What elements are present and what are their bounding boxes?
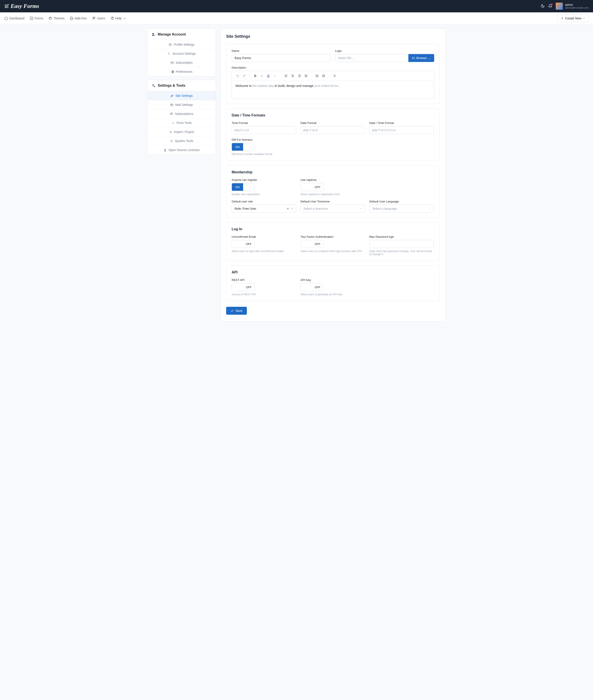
svg-point-5: [93, 17, 94, 18]
user-menu[interactable]: admin admin@example.com: [556, 3, 589, 10]
mail-icon: [170, 103, 173, 107]
highlight-dropdown[interactable]: [272, 73, 278, 79]
svg-point-18: [154, 86, 155, 87]
align-right-icon: [298, 74, 301, 78]
login-title: Log In: [232, 227, 434, 231]
sidebar: Manage Account Profile Settings Account …: [147, 29, 216, 322]
create-new-button[interactable]: Create New: [557, 14, 589, 22]
rest-toggle[interactable]: ON OFF: [232, 283, 254, 291]
redo-button[interactable]: [241, 73, 247, 79]
membership-title: Membership: [232, 170, 434, 174]
captcha-toggle[interactable]: ON OFF: [301, 183, 323, 191]
redo-icon: [242, 74, 246, 78]
user-info: admin admin@example.com: [565, 3, 589, 9]
brand[interactable]: Easy Forms: [4, 3, 39, 9]
maxpw-hint: Days since last password change. User wi…: [369, 250, 434, 256]
navbar: Dashboard Forms Themes Add-Ons Users Hel…: [0, 12, 593, 24]
browse-button[interactable]: Browse …: [408, 54, 434, 62]
align-left-icon: [284, 74, 288, 78]
editor-body[interactable]: Welcome to the easiest way to build, des…: [232, 81, 434, 98]
register-toggle[interactable]: ON OFF: [232, 183, 254, 191]
tfa-toggle[interactable]: ON OFF: [301, 240, 323, 248]
brand-text: Easy Forms: [11, 3, 39, 9]
container: Manage Account Profile Settings Account …: [142, 24, 451, 326]
sidebar-profile-settings[interactable]: Profile Settings: [148, 40, 215, 49]
indent-button[interactable]: [321, 73, 327, 79]
datetime-format-input[interactable]: [369, 126, 434, 134]
notifications-button[interactable]: [548, 4, 552, 9]
align-center-icon: [291, 74, 294, 78]
date-format-input[interactable]: [301, 126, 365, 134]
chevron-down-icon: [290, 207, 293, 210]
login-panel: Log In Unconfirmed Email ON OFF Allow us…: [226, 222, 440, 261]
tfa-label: Two Factor Authentication: [301, 235, 365, 238]
sidebar-account-settings[interactable]: Account Settings: [148, 49, 215, 58]
clear-format-button[interactable]: [331, 73, 338, 79]
dark-mode-toggle[interactable]: [541, 4, 545, 9]
align-justify-icon: [304, 74, 308, 78]
sidebar-licenses[interactable]: Open Source Licenses: [148, 146, 215, 154]
users-icon: [92, 16, 96, 20]
tools-icon: [170, 139, 173, 143]
nav-themes[interactable]: Themes: [48, 16, 65, 20]
align-right-button[interactable]: [296, 73, 303, 79]
topbar: Easy Forms admin admin@example.com: [0, 0, 593, 12]
sidebar-site-settings[interactable]: Site Settings: [148, 91, 215, 100]
general-panel: Name Logo Select file ... Browse …: [226, 44, 440, 104]
datetime-format-label: Date / Time Format: [369, 121, 434, 125]
nav-themes-label: Themes: [53, 16, 65, 20]
unconfirmed-toggle[interactable]: ON OFF: [232, 240, 254, 248]
sidebar-subscription[interactable]: Subscription: [148, 58, 215, 67]
maxpw-input[interactable]: [369, 240, 434, 248]
name-label: Name: [232, 49, 331, 52]
sidebar-preferences[interactable]: Preferences: [148, 67, 215, 76]
home-icon: [4, 16, 8, 20]
nav-help[interactable]: Help: [111, 16, 127, 20]
role-select[interactable]: Role: Free User ✕: [232, 205, 296, 213]
align-left-button[interactable]: [283, 73, 289, 79]
nav-forms[interactable]: Forms: [30, 16, 43, 20]
time-format-input[interactable]: [232, 126, 296, 134]
bold-button[interactable]: B: [252, 73, 258, 79]
maxpw-label: Max Password Age: [369, 235, 434, 238]
chevron-down-icon: [274, 75, 276, 77]
diff-humans-toggle[interactable]: ON OFF: [232, 143, 254, 151]
sidebar-import-export[interactable]: Import / Export: [148, 127, 215, 136]
register-label: Anyone can register: [232, 178, 296, 181]
svg-point-13: [168, 53, 169, 53]
save-button[interactable]: Save: [226, 307, 247, 315]
contrast-icon: [171, 70, 174, 74]
highlight-icon: [267, 74, 270, 78]
logo-file-group: Select file ... Browse …: [335, 54, 434, 62]
sidebar-system-tools[interactable]: System Tools: [148, 136, 215, 145]
apikey-label: API Key: [301, 278, 365, 282]
nav-users[interactable]: Users: [92, 16, 105, 20]
italic-button[interactable]: I: [259, 73, 265, 79]
align-justify-button[interactable]: [303, 73, 309, 79]
check-icon: [171, 121, 175, 125]
sidebar-mail-settings[interactable]: Mail Settings: [148, 100, 215, 109]
unconfirmed-hint: Allow users to login with unconfirmed em…: [232, 250, 296, 253]
outdent-icon: [315, 74, 319, 78]
logo-file-input[interactable]: Select file ...: [335, 54, 408, 62]
wrench-icon: [170, 94, 173, 97]
nav-addons[interactable]: Add-Ons: [70, 16, 87, 20]
sidebar-form-tools[interactable]: Form Tools: [148, 118, 215, 127]
timezone-select[interactable]: Select a timezone: [301, 205, 365, 213]
tfa-hint: Allow users to configure their login pro…: [301, 250, 365, 253]
undo-button[interactable]: [235, 73, 241, 79]
nav-dashboard[interactable]: Dashboard: [4, 16, 25, 20]
apikey-toggle[interactable]: ON OFF: [301, 283, 323, 291]
name-input[interactable]: [232, 54, 331, 62]
highlight-button[interactable]: [265, 73, 272, 79]
svg-point-6: [94, 17, 95, 18]
chevron-down-icon: [583, 17, 585, 19]
clear-icon[interactable]: ✕: [286, 207, 289, 210]
outdent-button[interactable]: [314, 73, 320, 79]
api-title: API: [232, 271, 434, 274]
language-select[interactable]: Select a language: [369, 205, 434, 213]
sidebar-subscriptions[interactable]: Subscriptions: [148, 110, 215, 118]
manage-account-title: Manage Account: [148, 29, 215, 40]
editor-toolbar: B I: [232, 71, 434, 81]
align-center-button[interactable]: [290, 73, 296, 79]
